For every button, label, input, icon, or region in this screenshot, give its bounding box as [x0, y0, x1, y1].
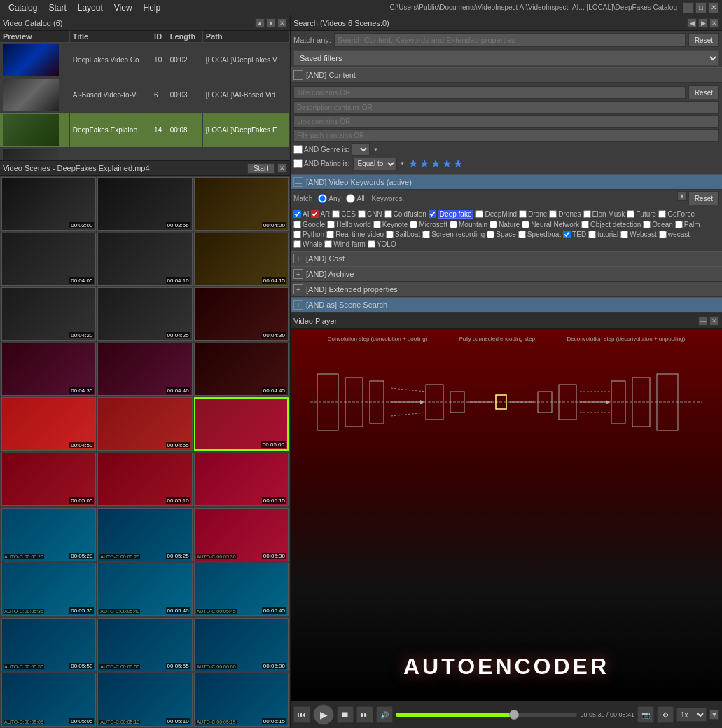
player-close[interactable]: ✕ [709, 316, 719, 326]
keyword-checkbox[interactable] [429, 210, 436, 218]
keyword-checkbox[interactable] [549, 210, 557, 218]
scene-thumb[interactable]: 00:05:05AUTO-C:00:05:05 [1, 673, 96, 726]
keyword-checkbox[interactable] [519, 210, 527, 218]
keyword-tag[interactable]: Drones [549, 210, 581, 219]
keyword-checkbox[interactable] [384, 210, 392, 218]
catalog-row[interactable]: DeepFakes Explaine 14 00:08 [LOCAL]\Deep… [0, 113, 290, 148]
menu-layout[interactable]: Layout [72, 1, 109, 14]
keyword-checkbox[interactable] [583, 210, 591, 218]
progress-handle[interactable] [509, 710, 519, 720]
keyword-checkbox[interactable] [373, 221, 381, 228]
speed-arrow[interactable]: ▼ [709, 710, 719, 720]
star-1[interactable]: ★ [408, 157, 418, 170]
search-reset-button[interactable]: Reset [688, 33, 719, 47]
keyword-tag[interactable]: CNN [358, 210, 382, 219]
catalog-scroll-down[interactable]: ▼ [266, 18, 276, 28]
keyword-tag[interactable]: Ocean [643, 221, 672, 228]
scene-thumb[interactable]: 00:05:55AUTO-C:00:05:55 [97, 618, 192, 671]
keyword-tag[interactable]: Sailboat [386, 231, 420, 238]
keyword-checkbox[interactable] [422, 231, 430, 238]
saved-filters-select[interactable]: Saved filters [293, 50, 719, 66]
menu-catalog[interactable]: Catalog [3, 1, 43, 14]
keyword-tag[interactable]: Neural Network [522, 221, 579, 228]
scene-thumb[interactable]: 00:04:35 [1, 343, 96, 396]
desc-input[interactable] [293, 101, 719, 114]
player-screen[interactable]: Convolution step (convolution + pooling)… [291, 329, 722, 701]
keyword-tag[interactable]: wecast [659, 231, 690, 238]
scene-thumb[interactable]: 00:05:05 [1, 453, 96, 506]
scene-thumb[interactable]: 00:04:40 [97, 343, 192, 396]
scene-thumb[interactable]: 00:05:25AUTO-C:00:05:25 [97, 508, 192, 561]
keyword-tag[interactable]: Deep fake [429, 210, 474, 219]
speed-select[interactable]: 1x 2x 0.5x [676, 708, 707, 722]
keyword-checkbox[interactable] [675, 221, 683, 228]
keyword-checkbox[interactable] [358, 210, 366, 218]
scene-thumb[interactable]: 00:04:05 [1, 233, 96, 286]
search-fwd[interactable]: ▶ [698, 18, 708, 28]
scene-thumb[interactable]: 00:04:10 [97, 233, 192, 286]
scenes-start-button[interactable]: Start [247, 163, 275, 174]
keyword-checkbox[interactable] [450, 221, 457, 228]
settings-button[interactable]: ⚙ [657, 706, 674, 723]
match-all-radio[interactable] [346, 194, 355, 203]
scene-thumb[interactable]: 00:05:15AUTO-C:00:05:15 [194, 673, 289, 726]
menu-view[interactable]: View [109, 1, 138, 14]
content-section-header[interactable]: — [AND] Content [291, 67, 722, 83]
keyword-checkbox[interactable] [658, 210, 666, 218]
fastforward-button[interactable]: ⏭ [356, 706, 373, 723]
keywords-toggle[interactable]: — [293, 177, 303, 187]
keyword-tag[interactable]: Wind farm [324, 240, 366, 248]
scene-section-header[interactable]: + [AND as] Scene Search [291, 297, 722, 313]
scene-thumb[interactable]: 00:05:35AUTO-C:00:05:35 [1, 563, 96, 616]
scene-toggle[interactable]: + [293, 300, 303, 310]
title-input[interactable] [293, 86, 686, 99]
archive-toggle[interactable]: + [293, 269, 303, 279]
cast-section-header[interactable]: + [AND] Cast [291, 251, 722, 266]
scenes-grid[interactable]: 00:02:0000:02:5600:04:0000:04:0500:04:10… [0, 176, 290, 728]
keyword-checkbox[interactable] [518, 231, 526, 238]
catalog-table-container[interactable]: Preview Title ID Length Path DeepFakes V… [0, 31, 290, 160]
content-reset-button[interactable]: Reset [688, 85, 719, 99]
vol-button[interactable]: 🔊 [376, 706, 393, 723]
keyword-tag[interactable]: tutorial [588, 231, 618, 238]
keyword-checkbox[interactable] [563, 231, 571, 238]
keyword-tag[interactable]: Screen recording [422, 231, 485, 238]
keywords-reset-button[interactable]: Reset [688, 191, 719, 205]
scene-thumb[interactable]: 00:05:10 [97, 453, 192, 506]
scene-thumb[interactable]: 00:04:45 [194, 343, 289, 396]
keyword-tag[interactable]: Keynote [373, 221, 408, 228]
menu-start[interactable]: Start [43, 1, 71, 14]
file-input[interactable] [293, 129, 719, 142]
catalog-row[interactable]: Fakeapp 2.1 Tutorial 15 00:11 [LOCAL]\Fa… [0, 148, 290, 161]
content-toggle[interactable]: — [293, 70, 303, 80]
keyword-tag[interactable]: AI [293, 210, 309, 219]
col-id[interactable]: ID [151, 31, 167, 43]
keyword-tag[interactable]: Microsoft [410, 221, 447, 228]
cast-toggle[interactable]: + [293, 254, 303, 263]
scene-thumb[interactable]: 00:05:50AUTO-C:00:05:50 [1, 618, 96, 671]
keyword-checkbox[interactable] [327, 221, 335, 228]
keyword-checkbox[interactable] [386, 231, 394, 238]
keyword-tag[interactable]: YOLO [368, 240, 396, 248]
star-2[interactable]: ★ [419, 157, 429, 170]
keyword-tag[interactable]: Webcast [620, 231, 657, 238]
keyword-checkbox[interactable] [487, 231, 494, 238]
rating-checkbox[interactable] [293, 159, 303, 168]
keyword-checkbox[interactable] [410, 221, 417, 228]
close-button[interactable]: ✕ [708, 2, 719, 13]
scene-thumb[interactable]: 00:04:25 [97, 287, 192, 341]
search-close[interactable]: ✕ [709, 18, 719, 28]
screenshot-button[interactable]: 📷 [637, 706, 654, 723]
scene-thumb[interactable]: 00:04:30 [194, 287, 289, 341]
scene-thumb[interactable]: 00:05:30AUTO-C:00:05:30 [194, 508, 289, 561]
keyword-checkbox[interactable] [332, 210, 340, 218]
catalog-row[interactable]: AI-Based Video-to-Vi 6 00:03 [LOCAL]\AI-… [0, 78, 290, 113]
archive-section-header[interactable]: + [AND] Archive [291, 266, 722, 282]
scene-thumb[interactable]: 00:05:00 [194, 397, 289, 451]
keyword-checkbox[interactable] [368, 240, 375, 248]
ext-section-header[interactable]: + [AND] Extended properties [291, 282, 722, 297]
keyword-tag[interactable]: GeForce [658, 210, 695, 219]
keywords-section-header[interactable]: — [AND] Video Keywords (active) [291, 174, 722, 190]
col-path[interactable]: Path [202, 31, 289, 43]
keyword-tag[interactable]: Hello world [327, 221, 370, 228]
